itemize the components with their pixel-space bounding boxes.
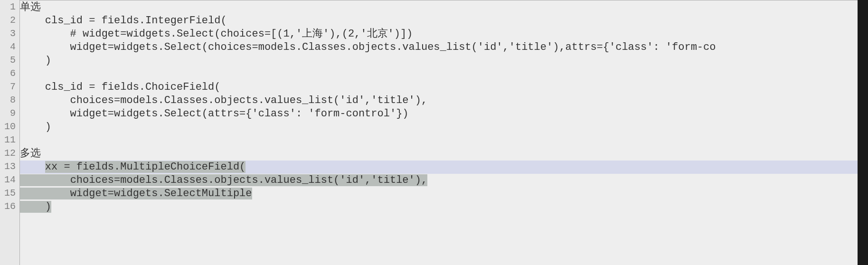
line-number: 16 (0, 200, 19, 213)
code-line[interactable]: widget=widgets.SelectMultiple (20, 187, 868, 200)
line-number: 8 (0, 94, 19, 107)
code-area[interactable]: 单选 cls_id = fields.IntegerField( # widge… (20, 0, 868, 265)
selection: widget=widgets.SelectMultiple (20, 188, 252, 199)
line-number: 5 (0, 54, 19, 67)
code-line[interactable]: ) (20, 200, 868, 214)
code-line[interactable]: 多选 (20, 147, 868, 161)
line-number: 13 (0, 160, 19, 173)
selection: choices=models.Classes.objects.values_li… (20, 174, 427, 186)
code-line[interactable] (20, 134, 868, 147)
code-line[interactable]: widget=widgets.Select(choices=models.Cla… (20, 41, 868, 54)
line-number-gutter: 1 2 3 4 5 6 7 8 9 10 11 12 13 14 15 16 (0, 0, 20, 265)
line-number: 11 (0, 133, 19, 147)
line-number: 3 (0, 27, 19, 40)
code-line[interactable]: choices=models.Classes.objects.values_li… (20, 94, 868, 107)
code-line[interactable]: cls_id = fields.IntegerField( (20, 14, 868, 28)
vertical-scrollbar[interactable] (858, 0, 868, 265)
line-number: 1 (0, 0, 19, 14)
selection: ) (20, 201, 51, 213)
line-number: 12 (0, 147, 19, 160)
code-lines[interactable]: 单选 cls_id = fields.IntegerField( # widge… (20, 0, 868, 214)
code-line-current[interactable]: xx = fields.MultipleChoiceField( (20, 161, 868, 174)
code-line[interactable]: ) (20, 121, 868, 134)
line-number: 10 (0, 120, 19, 133)
line-number: 14 (0, 173, 19, 187)
code-line[interactable]: # widget=widgets.Select(choices=[(1,'上海'… (20, 28, 868, 41)
code-line[interactable]: cls_id = fields.ChoiceField( (20, 81, 868, 94)
line-number: 7 (0, 80, 19, 94)
code-line[interactable]: choices=models.Classes.objects.values_li… (20, 174, 868, 187)
code-editor[interactable]: 1 2 3 4 5 6 7 8 9 10 11 12 13 14 15 16 单… (0, 0, 868, 265)
selection: xx = fields.MultipleChoiceField( (45, 161, 245, 173)
code-line[interactable]: widget=widgets.Select(attrs={'class': 'f… (20, 107, 868, 121)
code-line[interactable]: 单选 (20, 1, 868, 14)
line-number: 2 (0, 14, 19, 27)
line-number: 4 (0, 40, 19, 54)
line-number: 6 (0, 67, 19, 80)
code-line[interactable] (20, 67, 868, 81)
line-number: 9 (0, 107, 19, 120)
code-line[interactable]: ) (20, 54, 868, 67)
line-number: 15 (0, 187, 19, 200)
